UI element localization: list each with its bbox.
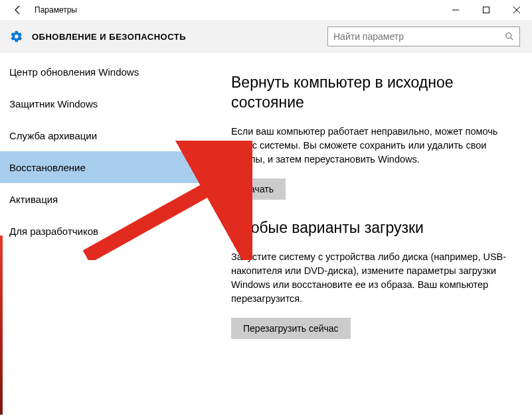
svg-point-4 — [506, 33, 511, 38]
back-button[interactable] — [8, 0, 28, 20]
minimize-button[interactable] — [440, 0, 471, 20]
advanced-startup-text: Запустите систему с устройства либо диск… — [231, 250, 512, 306]
titlebar: Параметры — [0, 0, 532, 20]
reset-pc-title: Вернуть компьютер в исходное состояние — [231, 73, 512, 113]
maximize-button[interactable] — [471, 0, 501, 20]
header: ОБНОВЛЕНИЕ И БЕЗОПАСНОСТЬ — [0, 20, 532, 53]
svg-rect-1 — [484, 7, 489, 13]
sidebar-item-recovery[interactable]: Восстановление — [0, 151, 211, 183]
svg-line-5 — [511, 38, 513, 40]
content: Вернуть компьютер в исходное состояние Е… — [211, 53, 532, 416]
start-button[interactable]: Начать — [231, 178, 286, 200]
sidebar-item-backup[interactable]: Служба архивации — [0, 119, 211, 151]
sidebar-item-label: Защитник Windows — [9, 98, 98, 109]
reset-pc-text: Если ваш компьютер работает неправильно,… — [231, 125, 512, 167]
sidebar-item-label: Для разработчиков — [9, 226, 98, 237]
sidebar-item-defender[interactable]: Защитник Windows — [0, 88, 211, 119]
window-controls — [440, 0, 532, 20]
page-title: ОБНОВЛЕНИЕ И БЕЗОПАСНОСТЬ — [32, 32, 186, 42]
restart-now-button[interactable]: Перезагрузить сейчас — [231, 318, 351, 339]
sidebar-item-label: Активация — [9, 194, 58, 205]
sidebar-item-label: Служба архивации — [9, 130, 97, 141]
sidebar-item-windows-update[interactable]: Центр обновления Windows — [0, 56, 211, 88]
sidebar-item-developers[interactable]: Для разработчиков — [0, 215, 211, 247]
advanced-startup-title: Особые варианты загрузки — [231, 218, 512, 238]
sidebar-item-label: Восстановление — [9, 162, 86, 173]
search-icon[interactable] — [499, 32, 519, 41]
search-input[interactable] — [328, 31, 499, 42]
window-title: Параметры — [35, 5, 77, 15]
sidebar: Центр обновления Windows Защитник Window… — [0, 53, 211, 416]
sidebar-item-activation[interactable]: Активация — [0, 183, 211, 215]
gear-icon — [9, 29, 24, 44]
sidebar-accent — [0, 236, 3, 415]
search-box[interactable] — [327, 27, 520, 46]
sidebar-item-label: Центр обновления Windows — [9, 66, 139, 78]
close-button[interactable] — [501, 0, 532, 20]
